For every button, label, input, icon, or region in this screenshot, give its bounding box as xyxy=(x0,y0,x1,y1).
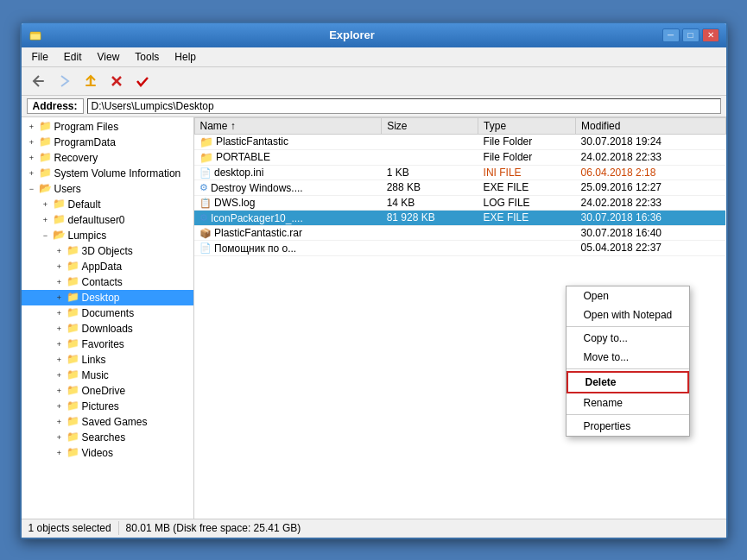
table-row[interactable]: 📄Помощник по о... 05.04.2018 22:37 xyxy=(194,241,725,256)
tree-label: ProgramData xyxy=(54,136,116,148)
up-button[interactable] xyxy=(79,70,103,92)
tree-label: AppData xyxy=(82,261,123,273)
restore-button[interactable]: □ xyxy=(682,28,700,42)
tree-item-default[interactable]: + 📁 Default xyxy=(22,197,193,212)
context-menu-move-to[interactable]: Move to... xyxy=(567,348,690,367)
tree-item-appdata[interactable]: + 📁 AppData xyxy=(22,259,193,274)
table-row[interactable]: ⚙Destroy Windows.... 288 KB EXE FILE 25.… xyxy=(194,180,725,196)
menu-view[interactable]: View xyxy=(91,49,127,65)
tree-item-3dobjects[interactable]: + 📁 3D Objects xyxy=(22,243,193,259)
tree-item-users[interactable]: − 📂 Users xyxy=(22,181,193,197)
expand-icon: + xyxy=(53,275,66,289)
tree-item-recovery[interactable]: + 📁 Recovery xyxy=(22,150,193,166)
tree-item-programdata[interactable]: + 📁 ProgramData xyxy=(22,135,193,150)
folder-icon: 📁 xyxy=(39,135,53,149)
tree-item-onedrive[interactable]: + 📁 OneDrive xyxy=(22,383,193,399)
tree-label: Documents xyxy=(82,307,135,319)
expand-icon: − xyxy=(39,229,53,242)
tree-item-searches[interactable]: + 📁 Searches xyxy=(22,430,193,445)
table-row[interactable]: 📄desktop.ini 1 KB INI FILE 06.04.2018 2:… xyxy=(194,165,725,180)
context-menu-copy-to[interactable]: Copy to... xyxy=(567,329,690,348)
expand-icon: + xyxy=(39,198,53,211)
folder-icon: 📁 xyxy=(39,151,53,165)
folder-icon: 📁 xyxy=(66,415,80,429)
menu-tools[interactable]: Tools xyxy=(128,49,166,65)
file-icon: 📄 xyxy=(199,167,212,179)
table-row[interactable]: 📦PlasticFantastic.rar 30.07.2018 16:40 xyxy=(194,225,725,241)
table-row[interactable]: 📁PORTABLE File Folder 24.02.2018 22:33 xyxy=(194,149,725,165)
col-size[interactable]: Size xyxy=(382,117,478,134)
minimize-button[interactable]: ─ xyxy=(662,28,680,42)
tree-item-pictures[interactable]: + 📁 Pictures xyxy=(22,399,193,414)
address-bar: Address: xyxy=(22,96,726,117)
tree-item-videos[interactable]: + 📁 Videos xyxy=(22,445,193,461)
expand-icon: + xyxy=(25,135,39,149)
window-icon xyxy=(28,28,42,42)
forward-button[interactable] xyxy=(53,70,77,92)
folder-icon: 📁 xyxy=(39,120,53,134)
back-button[interactable] xyxy=(27,70,51,92)
context-menu-rename[interactable]: Rename xyxy=(567,393,690,412)
tree-item-music[interactable]: + 📁 Music xyxy=(22,368,193,383)
folder-icon: 📁 xyxy=(66,260,80,274)
folder-icon: 📁 xyxy=(66,368,80,382)
tree-item-favorites[interactable]: + 📁 Favorites xyxy=(22,337,193,352)
col-modified[interactable]: Modified xyxy=(576,117,725,134)
folder-icon: 📁 xyxy=(66,322,80,336)
context-menu-separator3 xyxy=(567,414,690,415)
address-input[interactable] xyxy=(87,98,721,114)
window-title: Explorer xyxy=(42,28,662,41)
svg-rect-1 xyxy=(30,34,41,40)
file-icon: 📄 xyxy=(199,242,212,254)
close-button[interactable]: ✕ xyxy=(702,28,719,42)
tree-item-savedgames[interactable]: + 📁 Saved Games xyxy=(22,414,193,430)
folder-icon: 📁 xyxy=(66,353,80,367)
tree-label: Program Files xyxy=(54,121,119,133)
tree-item-documents[interactable]: + 📁 Documents xyxy=(22,305,193,321)
tree-label: OneDrive xyxy=(82,385,126,397)
folder-icon: 📁 xyxy=(66,384,80,398)
tree-label: Users xyxy=(54,183,81,195)
title-buttons: ─ □ ✕ xyxy=(662,28,719,42)
col-name[interactable]: Name ↑ xyxy=(194,117,382,134)
folder-icon: 📁 xyxy=(53,213,66,227)
tree-item-links[interactable]: + 📁 Links xyxy=(22,352,193,368)
expand-icon: + xyxy=(25,151,39,165)
file-table: Name ↑ Size Type Modified 📁PlasticFantas… xyxy=(194,117,726,256)
svg-rect-3 xyxy=(85,85,96,86)
expand-icon: + xyxy=(53,337,66,351)
menu-edit[interactable]: Edit xyxy=(57,49,89,65)
confirm-button[interactable] xyxy=(130,70,155,92)
title-bar: Explorer ─ □ ✕ xyxy=(22,23,726,47)
context-menu-open[interactable]: Open xyxy=(567,286,690,305)
context-menu-open-notepad[interactable]: Open with Notepad xyxy=(567,305,690,324)
expand-icon: + xyxy=(53,244,66,258)
tree-item-desktop[interactable]: + 📁 Desktop xyxy=(22,290,193,305)
table-row[interactable]: 📋DWS.log 14 KB LOG FILE 24.02.2018 22:33 xyxy=(194,195,725,211)
delete-button[interactable] xyxy=(104,70,129,92)
table-row-selected[interactable]: ⚙IconPackager10_.... 81 928 KB EXE FILE … xyxy=(194,211,725,226)
expand-icon: + xyxy=(53,291,66,305)
tree-item-defaultuser0[interactable]: + 📁 defaultuser0 xyxy=(22,212,193,228)
folder-icon: 📁 xyxy=(39,167,53,180)
expand-icon: + xyxy=(53,431,66,444)
context-menu-delete[interactable]: Delete xyxy=(567,371,690,393)
expand-icon: + xyxy=(53,322,66,336)
exe-icon: ⚙ xyxy=(199,182,208,193)
tree-item-downloads[interactable]: + 📁 Downloads xyxy=(22,321,193,337)
table-row[interactable]: 📁PlasticFantastic File Folder 30.07.2018… xyxy=(194,134,725,149)
col-type[interactable]: Type xyxy=(478,117,576,134)
main-area: + 📁 Program Files + 📁 ProgramData + 📁 Re… xyxy=(22,117,726,519)
exe-icon: ⚙ xyxy=(199,212,208,223)
menu-file[interactable]: File xyxy=(25,49,55,65)
tree-item-systemvolume[interactable]: + 📁 System Volume Information xyxy=(22,166,193,181)
status-disk-info: 80.01 MB (Disk free space: 25.41 GB) xyxy=(126,522,301,534)
tree-item-contacts[interactable]: + 📁 Contacts xyxy=(22,274,193,290)
folder-icon: 📁 xyxy=(66,244,80,258)
tree-item-lumpics[interactable]: − 📂 Lumpics xyxy=(22,228,193,243)
menu-help[interactable]: Help xyxy=(168,49,203,65)
status-bar: 1 objects selected 80.01 MB (Disk free s… xyxy=(22,519,726,538)
tree-item-programfiles[interactable]: + 📁 Program Files xyxy=(22,119,193,135)
context-menu-properties[interactable]: Properties xyxy=(567,417,690,436)
tree-label: Desktop xyxy=(82,292,120,304)
